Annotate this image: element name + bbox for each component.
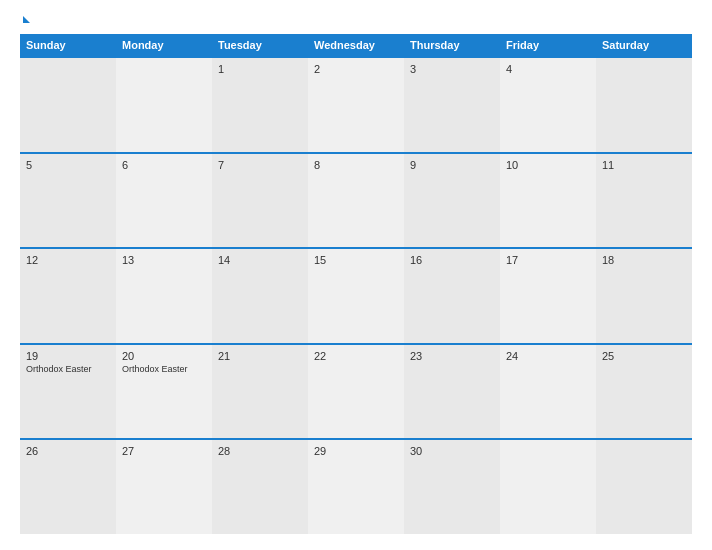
day-number: 30 — [410, 445, 494, 457]
day-header-tuesday: Tuesday — [212, 34, 308, 56]
day-number: 27 — [122, 445, 206, 457]
day-number: 19 — [26, 350, 110, 362]
day-cell: 3 — [404, 58, 500, 152]
day-cell: 13 — [116, 249, 212, 343]
week-row-3: 19Orthodox Easter20Orthodox Easter212223… — [20, 343, 692, 439]
day-number: 5 — [26, 159, 110, 171]
day-cell: 30 — [404, 440, 500, 534]
day-number: 13 — [122, 254, 206, 266]
day-number: 1 — [218, 63, 302, 75]
day-number: 10 — [506, 159, 590, 171]
day-cell: 10 — [500, 154, 596, 248]
day-cell: 28 — [212, 440, 308, 534]
day-number: 4 — [506, 63, 590, 75]
day-cell — [116, 58, 212, 152]
day-number: 22 — [314, 350, 398, 362]
day-cell: 2 — [308, 58, 404, 152]
day-number: 8 — [314, 159, 398, 171]
calendar: SundayMondayTuesdayWednesdayThursdayFrid… — [20, 34, 692, 534]
day-cell: 25 — [596, 345, 692, 439]
day-number: 2 — [314, 63, 398, 75]
week-row-4: 2627282930 — [20, 438, 692, 534]
day-cell: 18 — [596, 249, 692, 343]
day-cell: 21 — [212, 345, 308, 439]
day-cell: 16 — [404, 249, 500, 343]
day-cell — [596, 440, 692, 534]
day-cell: 5 — [20, 154, 116, 248]
day-number: 29 — [314, 445, 398, 457]
logo-blue-row — [20, 16, 30, 24]
day-number: 11 — [602, 159, 686, 171]
day-number: 23 — [410, 350, 494, 362]
day-number: 9 — [410, 159, 494, 171]
day-cell: 14 — [212, 249, 308, 343]
weeks-container: 12345678910111213141516171819Orthodox Ea… — [20, 56, 692, 534]
day-cell: 24 — [500, 345, 596, 439]
day-number: 16 — [410, 254, 494, 266]
day-cell: 29 — [308, 440, 404, 534]
logo — [20, 16, 30, 24]
day-event: Orthodox Easter — [122, 364, 206, 376]
day-cell: 1 — [212, 58, 308, 152]
day-number: 17 — [506, 254, 590, 266]
day-header-monday: Monday — [116, 34, 212, 56]
day-header-saturday: Saturday — [596, 34, 692, 56]
week-row-0: 1234 — [20, 56, 692, 152]
day-number: 6 — [122, 159, 206, 171]
day-header-wednesday: Wednesday — [308, 34, 404, 56]
week-row-1: 567891011 — [20, 152, 692, 248]
day-cell: 4 — [500, 58, 596, 152]
week-row-2: 12131415161718 — [20, 247, 692, 343]
day-header-sunday: Sunday — [20, 34, 116, 56]
day-number: 7 — [218, 159, 302, 171]
day-number: 14 — [218, 254, 302, 266]
day-number: 28 — [218, 445, 302, 457]
day-cell: 6 — [116, 154, 212, 248]
logo-triangle-icon — [23, 16, 30, 23]
day-number: 18 — [602, 254, 686, 266]
day-cell: 9 — [404, 154, 500, 248]
day-cell: 26 — [20, 440, 116, 534]
day-number: 25 — [602, 350, 686, 362]
day-cell: 22 — [308, 345, 404, 439]
day-cell: 20Orthodox Easter — [116, 345, 212, 439]
header — [20, 16, 692, 24]
day-headers-row: SundayMondayTuesdayWednesdayThursdayFrid… — [20, 34, 692, 56]
day-number: 15 — [314, 254, 398, 266]
day-number: 26 — [26, 445, 110, 457]
day-cell: 23 — [404, 345, 500, 439]
day-number: 3 — [410, 63, 494, 75]
day-number: 12 — [26, 254, 110, 266]
day-cell — [500, 440, 596, 534]
day-event: Orthodox Easter — [26, 364, 110, 376]
day-cell: 11 — [596, 154, 692, 248]
calendar-page: SundayMondayTuesdayWednesdayThursdayFrid… — [0, 0, 712, 550]
day-cell — [596, 58, 692, 152]
day-cell: 8 — [308, 154, 404, 248]
day-cell: 19Orthodox Easter — [20, 345, 116, 439]
day-cell: 15 — [308, 249, 404, 343]
day-cell: 17 — [500, 249, 596, 343]
day-number: 21 — [218, 350, 302, 362]
day-cell: 27 — [116, 440, 212, 534]
day-cell — [20, 58, 116, 152]
day-number: 24 — [506, 350, 590, 362]
day-cell: 7 — [212, 154, 308, 248]
day-cell: 12 — [20, 249, 116, 343]
day-header-friday: Friday — [500, 34, 596, 56]
day-number: 20 — [122, 350, 206, 362]
day-header-thursday: Thursday — [404, 34, 500, 56]
